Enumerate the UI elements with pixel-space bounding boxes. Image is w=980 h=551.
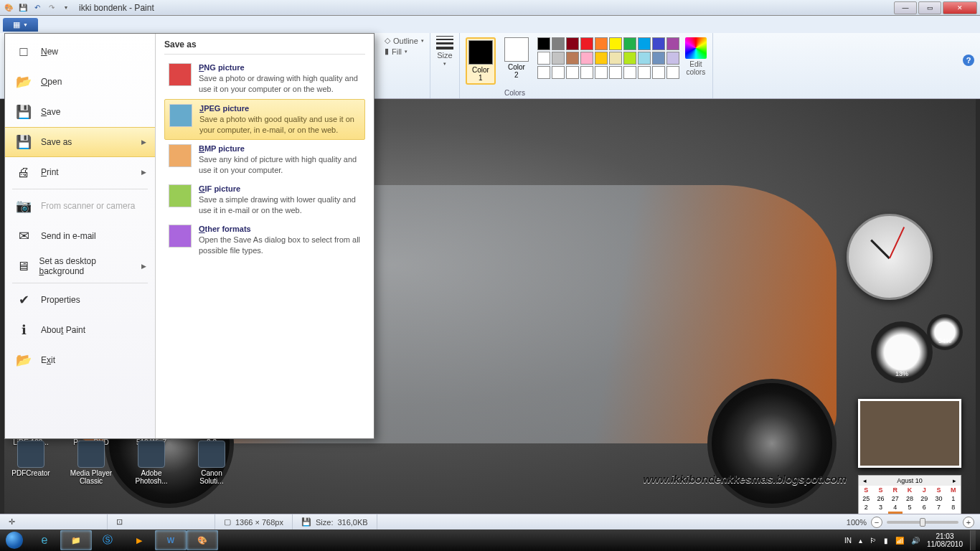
volume-icon[interactable]: 🔊 [911, 537, 920, 545]
desktop-icon[interactable]: PDFCreator [9, 441, 53, 485]
color2-button[interactable]: Color 2 [501, 37, 532, 79]
cpu-meter-gadget[interactable]: 13% [871, 321, 933, 383]
file-menu-item-email[interactable]: ✉Send in e-mail [5, 221, 155, 251]
outline-dropdown[interactable]: ◇Outline ▾ [385, 36, 424, 45]
calendar-day[interactable]: 26 [873, 494, 887, 503]
calendar-day[interactable]: 25 [859, 494, 873, 503]
calendar-day[interactable]: 8 [946, 503, 961, 512]
calendar-day[interactable]: 29 [917, 494, 931, 503]
flag-icon[interactable]: 🏳 [870, 537, 877, 545]
calendar-day[interactable]: 30 [931, 494, 946, 503]
battery-icon[interactable]: ▮ [884, 537, 888, 545]
file-menu-item-properties[interactable]: ✔Properties [5, 285, 155, 315]
palette-swatch[interactable] [566, 52, 579, 65]
palette-swatch[interactable] [580, 52, 593, 65]
palette-swatch[interactable] [537, 37, 550, 50]
palette-empty[interactable] [609, 66, 622, 79]
palette-swatch[interactable] [537, 52, 550, 65]
undo-icon[interactable]: ↶ [32, 2, 43, 14]
ram-meter-gadget[interactable]: 54% [927, 314, 963, 350]
palette-swatch[interactable] [566, 37, 579, 50]
calendar-day[interactable]: 6 [917, 503, 931, 512]
palette-empty[interactable] [652, 66, 665, 79]
help-icon[interactable]: ? [963, 55, 974, 66]
palette-swatch[interactable] [666, 37, 679, 50]
file-menu-item-about[interactable]: ℹAbout Paint [5, 315, 155, 345]
palette-swatch[interactable] [580, 37, 593, 50]
palette-swatch[interactable] [609, 52, 622, 65]
language-indicator[interactable]: IN [844, 537, 852, 545]
size-dropdown[interactable]: Size ▾ [436, 36, 453, 67]
palette-swatch[interactable] [552, 37, 565, 50]
color1-button[interactable]: Color 1 [466, 37, 496, 85]
palette-swatch[interactable] [623, 52, 636, 65]
file-menu-item-new[interactable]: □New [5, 37, 155, 67]
palette-swatch[interactable] [638, 37, 651, 50]
fill-dropdown[interactable]: ▮Fill ▾ [385, 47, 424, 56]
redo-icon[interactable]: ↷ [46, 2, 57, 14]
saveas-format-other[interactable]: Other formatsOpen the Save As dialog box… [164, 220, 365, 260]
palette-swatch[interactable] [609, 37, 622, 50]
zoom-thumb[interactable] [920, 518, 925, 527]
saveas-format-bmp[interactable]: BMP pictureSave any kind of picture with… [164, 140, 365, 180]
calendar-day[interactable]: 28 [903, 494, 917, 503]
taskbar-explorer-button[interactable]: 📁 [60, 530, 92, 550]
file-menu-item-saveas[interactable]: 💾Save as▶ [5, 127, 155, 157]
taskbar-skype-button[interactable]: Ⓢ [92, 530, 123, 550]
file-menu-button[interactable]: ▦ ▼ [3, 18, 38, 32]
calendar-day[interactable]: 4 [888, 503, 903, 512]
palette-swatch[interactable] [652, 52, 665, 65]
minimize-button[interactable]: — [894, 1, 917, 14]
calendar-day[interactable]: 7 [931, 503, 946, 512]
calendar-gadget[interactable]: ◂Agust 10▸ SSRKJSM2526272829301234567891… [858, 475, 961, 514]
saveas-format-png[interactable]: PNG pictureSave a photo or drawing with … [164, 59, 365, 99]
zoom-slider[interactable] [887, 521, 958, 524]
taskbar-clock[interactable]: 21:03 11/08/2010 [927, 532, 963, 548]
palette-swatch[interactable] [666, 52, 679, 65]
palette-swatch[interactable] [652, 37, 665, 50]
color-palette[interactable] [537, 37, 679, 79]
file-menu-item-open[interactable]: 📂Open [5, 67, 155, 97]
cal-prev-icon[interactable]: ◂ [863, 477, 867, 484]
saveas-format-gif[interactable]: GIF pictureSave a simple drawing with lo… [164, 180, 365, 220]
file-menu-item-exit[interactable]: 📂Exit [5, 345, 155, 375]
palette-swatch[interactable] [623, 37, 636, 50]
taskbar-word-button[interactable]: W [155, 530, 187, 550]
taskbar-paint-button[interactable]: 🎨 [187, 530, 218, 550]
clock-gadget[interactable] [847, 214, 933, 300]
palette-empty[interactable] [580, 66, 593, 79]
network-icon[interactable]: 📶 [895, 537, 904, 545]
edit-colors-button[interactable]: Edit colors [685, 37, 707, 76]
taskbar-wmp-button[interactable]: ▶ [123, 530, 155, 550]
file-menu-item-desktop[interactable]: 🖥Set as desktop background▶ [5, 251, 155, 281]
desktop-icon[interactable]: Adobe Photosh... [129, 441, 174, 485]
desktop-icon[interactable]: Canon Soluti... [189, 441, 234, 485]
palette-empty[interactable] [666, 66, 679, 79]
palette-swatch[interactable] [552, 52, 565, 65]
file-menu-item-save[interactable]: 💾Save [5, 97, 155, 127]
file-menu-item-print[interactable]: 🖨Print▶ [5, 157, 155, 187]
desktop-icon[interactable]: Media Player Classic [69, 441, 113, 485]
slideshow-gadget[interactable] [858, 399, 961, 468]
calendar-day[interactable]: 5 [903, 503, 917, 512]
calendar-day[interactable]: 27 [888, 494, 903, 503]
close-button[interactable]: ✕ [943, 1, 977, 14]
zoom-in-button[interactable]: + [963, 517, 974, 528]
saveas-format-jpeg[interactable]: JPEG pictureSave a photo with good quali… [164, 99, 365, 141]
palette-swatch[interactable] [595, 37, 608, 50]
palette-empty[interactable] [595, 66, 608, 79]
start-button[interactable] [0, 530, 29, 550]
palette-swatch[interactable] [638, 52, 651, 65]
qat-dropdown-icon[interactable]: ▼ [60, 2, 72, 14]
show-desktop-button[interactable] [970, 530, 976, 550]
palette-empty[interactable] [638, 66, 651, 79]
cal-next-icon[interactable]: ▸ [953, 477, 956, 484]
zoom-out-button[interactable]: − [871, 517, 882, 528]
palette-empty[interactable] [537, 66, 550, 79]
maximize-button[interactable]: ▭ [918, 1, 941, 14]
taskbar-ie-button[interactable]: e [29, 530, 60, 550]
save-icon[interactable]: 💾 [17, 2, 29, 14]
palette-swatch[interactable] [595, 52, 608, 65]
palette-empty[interactable] [623, 66, 636, 79]
tray-up-icon[interactable]: ▴ [859, 537, 862, 545]
